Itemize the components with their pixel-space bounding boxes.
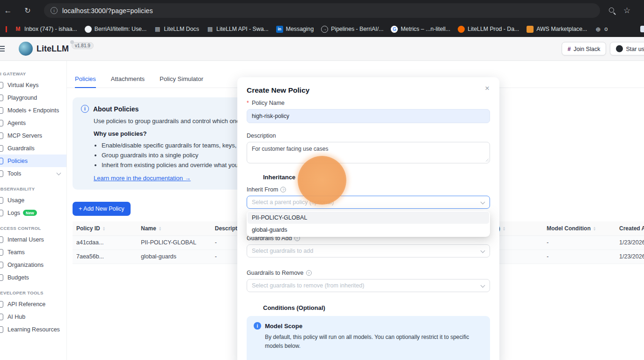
- description-textarea[interactable]: For customer facing use cases: [247, 142, 490, 163]
- sidebar-item-agents[interactable]: Agents: [0, 117, 67, 129]
- select-placeholder: Select guardrails to remove (from inheri…: [252, 282, 364, 289]
- policy-id-link[interactable]: 7aea56b...: [73, 250, 137, 264]
- sidebar-item-tools[interactable]: Tools: [0, 167, 67, 180]
- grafana-icon: [458, 26, 465, 33]
- dropdown-option[interactable]: global-guards: [248, 224, 489, 236]
- bookmark-label: o: [604, 26, 607, 32]
- policy-name-input[interactable]: [247, 109, 490, 123]
- bookmark-gmail[interactable]: MInbox (747) - ishaa...: [15, 26, 77, 33]
- sort-icon[interactable]: ▲▼: [503, 226, 505, 231]
- bookmark-pipelines[interactable]: →Pipelines - BerriAI/...: [321, 26, 383, 33]
- version-badge: v1.81.9: [72, 42, 94, 49]
- join-slack-button[interactable]: #Join Slack: [562, 42, 607, 56]
- bookmark-litellm-docs[interactable]: ▤LiteLLM Docs: [154, 26, 199, 33]
- sidebar-item-models-endpoints[interactable]: Models + Endpoints: [0, 104, 67, 117]
- conditions-heading: Conditions (Optional): [263, 304, 490, 311]
- guardrails-remove-select[interactable]: Select guardrails to remove (from inheri…: [247, 279, 490, 292]
- search-icon[interactable]: [608, 7, 616, 15]
- sidebar-item-virtual-keys[interactable]: Virtual Keys: [0, 79, 67, 91]
- agents-icon: [0, 120, 3, 126]
- bookmark-label: AWS Marketplace...: [536, 26, 587, 32]
- create-policy-modal: Create New Policy × * Policy Name Descri…: [237, 77, 499, 360]
- bookmark-github[interactable]: BerriAI/litellm: Use...: [85, 26, 146, 33]
- col-policy-id[interactable]: Policy ID▲▼: [73, 221, 137, 235]
- inheritance-heading: Inheritance: [263, 174, 490, 181]
- section-label: ACCESS CONTROL: [0, 226, 67, 231]
- sort-icon[interactable]: ▲▼: [159, 226, 161, 231]
- sidebar-item-learning-resources[interactable]: Learning Resources: [0, 323, 67, 336]
- url-bar[interactable]: i localhost:3000/?page=policies: [44, 3, 600, 18]
- sort-icon[interactable]: ▲▼: [593, 226, 596, 231]
- bookmark-litellm-prod[interactable]: LiteLLM Prod - Da...: [458, 26, 519, 33]
- book-icon: [0, 326, 3, 333]
- bookmark-aws[interactable]: AWS Marketplace...: [527, 26, 587, 33]
- sidebar-item-teams[interactable]: Teams: [0, 246, 67, 258]
- litellm-logo[interactable]: [19, 42, 33, 56]
- browser-toolbar: ← ↻ i localhost:3000/?page=policies ☆: [0, 0, 644, 21]
- parent-policy-dropdown: PII-POLICY-GLOBAL global-guards: [247, 211, 490, 237]
- bookmark-metrics[interactable]: GMetrics – ...n-litell...: [391, 26, 450, 33]
- docs-link[interactable]: Learn more in the documentation →: [94, 175, 190, 182]
- back-arrow-icon[interactable]: ←: [4, 7, 12, 15]
- model-scope-title: Model Scope: [265, 323, 302, 330]
- sidebar-item-playground[interactable]: Playground: [0, 91, 67, 104]
- github-icon: [85, 26, 92, 33]
- tab-policy-simulator[interactable]: Policy Simulator: [160, 71, 203, 88]
- sidebar-item-logs[interactable]: LogsNew: [0, 206, 67, 219]
- created-at-cell: 1/23/2026,: [615, 235, 644, 250]
- aws-icon: [527, 26, 534, 33]
- col-model-condition[interactable]: Model Condition▲▼: [543, 221, 615, 235]
- sidebar-item-organizations[interactable]: Organizations: [0, 258, 67, 271]
- policy-id-link[interactable]: a41cdaa...: [73, 235, 137, 250]
- site-info-icon[interactable]: i: [51, 7, 58, 14]
- new-badge: New: [23, 210, 37, 216]
- sidebar-item-mcp-servers[interactable]: MCP Servers: [0, 129, 67, 142]
- bookmark-label: BerriAI/litellm: Use...: [95, 26, 146, 32]
- key-icon: [0, 82, 3, 88]
- sidebar-item-ai-hub[interactable]: AI Hub: [0, 310, 67, 323]
- sidebar-item-policies[interactable]: Policies: [0, 154, 67, 167]
- bookmark-label: LiteLLM API - Swa...: [216, 26, 268, 32]
- chevron-down-icon: [481, 283, 485, 288]
- required-mark: *: [247, 100, 249, 106]
- dropdown-option[interactable]: PII-POLICY-GLOBAL: [248, 212, 489, 224]
- github-icon: [616, 45, 623, 52]
- bookmark-litellm-api[interactable]: ▤LiteLLM API - Swa...: [206, 26, 268, 33]
- sidebar-item-internal-users[interactable]: Internal Users: [0, 233, 67, 246]
- close-icon[interactable]: ×: [482, 83, 493, 94]
- sidebar-item-api-reference[interactable]: API Reference: [0, 298, 67, 310]
- model-scope-text: By default, this policy will run on all …: [265, 333, 471, 351]
- bookmark-star-icon[interactable]: ☆: [623, 6, 630, 15]
- hamburger-menu-icon[interactable]: [0, 46, 5, 51]
- sidebar-item-usage[interactable]: Usage: [0, 194, 67, 206]
- bookmark-messaging[interactable]: inMessaging: [276, 26, 314, 33]
- sidebar-item-guardrails[interactable]: Guardrails: [0, 142, 67, 154]
- reload-icon[interactable]: ↻: [23, 7, 32, 15]
- url-text: localhost:3000/?page=policies: [62, 7, 153, 15]
- playground-icon: [0, 95, 3, 101]
- info-icon: i: [254, 322, 261, 330]
- model-condition-cell: -: [543, 235, 615, 250]
- sidebar-item-budgets[interactable]: Budgets: [0, 271, 67, 284]
- sort-icon[interactable]: ▲▼: [102, 226, 105, 231]
- policy-name-cell: global-guards: [137, 250, 211, 264]
- inherit-from-label: Inherit From ?: [247, 186, 490, 193]
- inherit-from-select[interactable]: Select a parent policy (optional): [247, 196, 490, 209]
- join-slack-label: Join Slack: [573, 45, 600, 52]
- section-label: OBSERVABILITY: [0, 186, 67, 191]
- star-us-button[interactable]: Star us: [610, 42, 644, 56]
- tab-policies[interactable]: Policies: [75, 71, 96, 88]
- info-icon[interactable]: ?: [306, 270, 312, 276]
- select-placeholder: Select guardrails to add: [252, 248, 313, 254]
- gmail-icon: M: [15, 26, 22, 33]
- bookmarks-bar: MInbox (747) - ishaa... BerriAI/litellm:…: [0, 21, 644, 37]
- info-icon[interactable]: ?: [280, 187, 286, 192]
- add-new-policy-button[interactable]: + Add New Policy: [73, 202, 131, 216]
- tab-attachments[interactable]: Attachments: [111, 71, 145, 88]
- bookmark-globe[interactable]: ⊕o: [594, 26, 607, 33]
- header-actions: #Join Slack Star us: [562, 42, 644, 56]
- col-name[interactable]: Name▲▼: [137, 221, 211, 235]
- guardrails-add-select[interactable]: Select guardrails to add: [247, 244, 490, 257]
- server-icon: [0, 132, 3, 139]
- col-created-at[interactable]: Created At▲▼: [615, 221, 644, 235]
